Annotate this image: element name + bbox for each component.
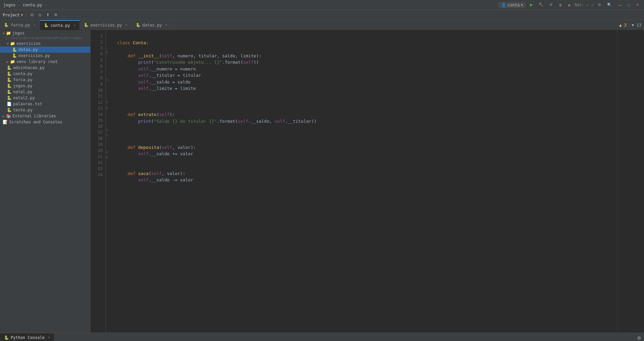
file-label: datas.py	[18, 47, 38, 52]
code-text[interactable]: class Conta: def __init__(self, numero, …	[112, 30, 617, 333]
git-update-button[interactable]: ↻	[596, 2, 603, 8]
git-check2-icon: ✓	[591, 3, 594, 7]
file-tree: ▼ 📁 jogos C:\Users\Bernardo\PycharmProje…	[0, 30, 91, 333]
title-left: jogos – conta.py	[3, 3, 42, 7]
main-layout: ▼ 📁 jogos C:\Users\Bernardo\PycharmProje…	[0, 30, 644, 333]
py-icon-datas: 🐍	[136, 23, 141, 27]
title-right: 👤 conta ▼ ▶ 🔨 ↺ ⏸ ■ Git: ✓ ✓ ↻ 🔍 — □ ✕	[498, 2, 641, 8]
tab-label-conta: conta.py	[51, 23, 70, 28]
file-label: advinhacao.py	[13, 65, 45, 70]
tree-file-natal2[interactable]: 🐍 natal2.py	[0, 95, 90, 101]
file-label: palavras.txt	[13, 102, 42, 106]
tree-root-jogos[interactable]: ▼ 📁 jogos	[0, 30, 90, 36]
main-toolbar: Project ▼ ⊟ ◎ ⬆ ⚙ …	[0, 10, 644, 20]
title-file: conta.py	[23, 3, 42, 7]
tab-close-conta[interactable]: ×	[73, 23, 75, 27]
file-label: natal2.py	[13, 96, 35, 100]
profile-dropdown[interactable]: 👤 conta ▼	[498, 2, 526, 8]
txt-file-icon: 📄	[7, 102, 12, 106]
reload-button[interactable]: ↺	[548, 2, 554, 8]
stop-button[interactable]: ■	[567, 2, 572, 8]
folder-icon: 📁	[6, 31, 11, 36]
folder-icon: 📚	[6, 114, 11, 118]
expand-arrow: ▼	[7, 42, 9, 46]
profile-icon: 👤	[501, 3, 506, 7]
tree-file-forca[interactable]: 🐍 forca.py	[0, 77, 90, 83]
code-editor[interactable]: 12345 678910 1112131415 1617181920 21222…	[91, 30, 644, 333]
py-file-icon: 🐍	[12, 53, 17, 58]
separator: |	[628, 23, 630, 27]
editor-top-right: ▲ 3 | ▼ 13	[616, 20, 644, 30]
tree-file-teste[interactable]: 🐍 teste.py	[0, 107, 90, 113]
tree-file-advinhacao[interactable]: 🐍 advinhacao.py	[0, 65, 90, 71]
console-tab-label: Python Console	[11, 335, 45, 340]
py-file-icon: 🐍	[12, 47, 17, 52]
tree-scratches[interactable]: 📝 Scratches and Consoles	[0, 119, 90, 125]
file-label: jogos.py	[13, 83, 33, 88]
scrollbar[interactable]	[617, 30, 644, 333]
expand-arrow: ▶	[3, 114, 5, 118]
py-file-icon: 🐍	[7, 90, 12, 94]
app-name: jogos	[3, 3, 15, 7]
console-tabs-bar: 🐍 Python Console × ⚙	[0, 333, 644, 341]
project-label: Project	[3, 13, 20, 17]
more-button[interactable]: …	[60, 12, 67, 18]
console-tab-python[interactable]: 🐍 Python Console ×	[0, 333, 54, 341]
console-tab-close[interactable]: ×	[48, 335, 50, 340]
folder-label: venv library root	[16, 59, 58, 64]
tree-folder-exercicios[interactable]: ▼ 📁 exercicios	[0, 41, 90, 47]
chevron-down-icon: ▼	[521, 3, 523, 7]
file-label: exercicios.py	[18, 53, 50, 58]
scratches-icon: 📝	[3, 120, 8, 124]
collapse-all-button[interactable]: ⊟	[29, 12, 35, 18]
tree-external-libraries[interactable]: ▶ 📚 External Libraries	[0, 113, 90, 119]
tab-label-exercicios: exercicios.py	[91, 23, 122, 27]
close-button[interactable]: ✕	[634, 2, 641, 8]
py-file-icon: 🐍	[7, 108, 12, 112]
console-settings-button[interactable]: ⚙	[634, 333, 644, 341]
py-file-icon: 🐍	[7, 83, 12, 88]
tree-folder-venv[interactable]: ▶ 📁 venv library root	[0, 59, 90, 65]
py-icon-exercicios: 🐍	[84, 23, 89, 27]
tab-exercicios[interactable]: 🐍 exercicios.py ×	[80, 20, 132, 30]
title-bar: jogos – conta.py 👤 conta ▼ ▶ 🔨 ↺ ⏸ ■ Git…	[0, 0, 644, 10]
tab-close-exercicios[interactable]: ×	[125, 23, 127, 27]
expand-button[interactable]: ⬆	[45, 12, 51, 18]
scratches-label: Scratches and Consoles	[9, 120, 62, 124]
console-tab-icon: 🐍	[4, 335, 9, 340]
minimize-button[interactable]: —	[616, 2, 623, 8]
tree-file-datas[interactable]: 🐍 datas.py	[0, 47, 90, 53]
run-button[interactable]: ▶	[528, 2, 534, 8]
tree-file-conta[interactable]: 🐍 conta.py	[0, 71, 90, 77]
tree-file-natal[interactable]: 🐍 natal.py	[0, 89, 90, 95]
folder-label: exercicios	[16, 41, 41, 46]
folder-label: External Libraries	[12, 114, 56, 118]
py-file-icon: 🐍	[7, 96, 12, 100]
tab-conta[interactable]: 🐍 conta.py ×	[40, 20, 80, 30]
chevron-down-icon[interactable]: ▼	[21, 13, 23, 17]
line-numbers: 12345 678910 1112131415 1617181920 21222…	[91, 30, 106, 333]
maximize-button[interactable]: □	[626, 2, 632, 8]
tab-forca[interactable]: 🐍 forca.py ×	[0, 20, 40, 30]
file-label: conta.py	[13, 71, 33, 76]
tab-datas[interactable]: 🐍 datas.py ×	[132, 20, 172, 30]
build-button[interactable]: 🔨	[537, 2, 545, 8]
editor-tabs: 🐍 forca.py × 🐍 conta.py × 🐍 exercicios.p…	[0, 20, 644, 30]
tree-file-jogos[interactable]: 🐍 jogos.py	[0, 83, 90, 89]
pause-button[interactable]: ⏸	[557, 2, 564, 8]
warning-count: ▲ 3	[619, 23, 627, 27]
tab-close-datas[interactable]: ×	[165, 23, 167, 27]
editor-container: 12345 678910 1112131415 1617181920 21222…	[91, 30, 644, 333]
tree-file-exercicios[interactable]: 🐍 exercicios.py	[0, 53, 90, 59]
locate-file-button[interactable]: ◎	[37, 12, 43, 18]
search-button[interactable]: 🔍	[605, 2, 613, 8]
tab-close-forca[interactable]: ×	[34, 23, 36, 27]
py-file-icon: 🐍	[7, 77, 12, 82]
settings-button[interactable]: ⚙	[52, 12, 59, 18]
py-icon: 🐍	[4, 23, 9, 27]
tab-label-datas: datas.py	[143, 23, 162, 27]
tree-file-palavras[interactable]: 📄 palavras.txt	[0, 101, 90, 107]
profile-name: conta	[507, 3, 520, 7]
console-area: 🐍 Python Console × ⚙ ↺ ☰ ▶ 🖨 ⚙ >> + Pyth…	[0, 333, 644, 341]
git-label: Git:	[575, 3, 584, 7]
